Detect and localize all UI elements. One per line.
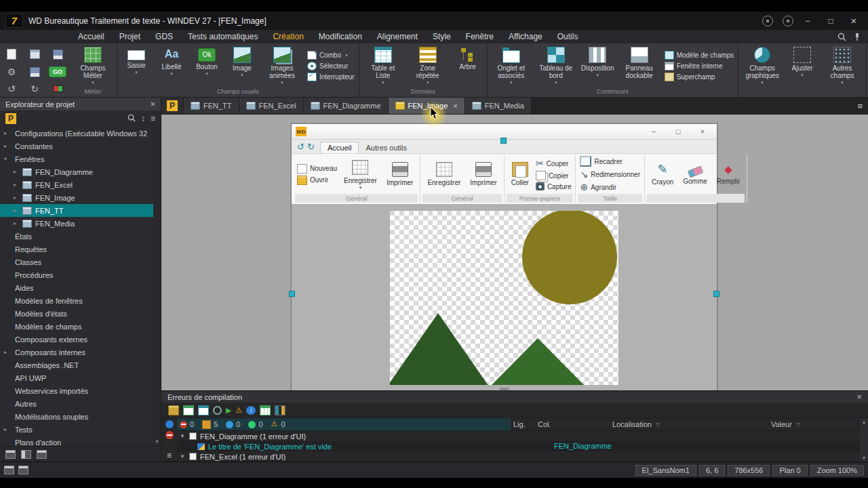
combo-button[interactable]: Combo <box>307 51 355 60</box>
tree-item[interactable]: ▸ FEN_Image <box>0 191 161 204</box>
expand-arrow-icon[interactable]: ▸ <box>14 207 20 214</box>
error-location-link[interactable]: FEN_Diagramme <box>554 441 612 451</box>
table-green-icon[interactable] <box>183 405 194 415</box>
column-localisation[interactable]: Localisation ▽ <box>569 420 703 428</box>
filter-funnel-icon[interactable]: ▽ <box>656 422 660 428</box>
expand-arrow-icon[interactable]: ▸ <box>14 182 20 188</box>
tree-item[interactable]: Composants externes <box>0 333 161 346</box>
tree-item[interactable]: Autres <box>0 397 161 410</box>
menu-item[interactable]: Modification <box>311 30 370 43</box>
column-lig[interactable]: Lig. <box>511 420 535 428</box>
image-button[interactable]: Image <box>224 45 260 87</box>
selecteur-button[interactable]: Sélecteur <box>307 62 355 70</box>
tree-item[interactable]: ▸ FEN_Media <box>0 217 161 230</box>
minimize-button[interactable]: − <box>799 16 816 26</box>
document-tab[interactable]: FEN_Excel <box>239 98 304 114</box>
document-tab[interactable]: FEN_Media <box>465 98 532 114</box>
tree-item[interactable]: Modèles d'états <box>0 307 161 320</box>
saisie-button[interactable]: Saisie <box>119 45 154 87</box>
images-animees-button[interactable]: Images animées <box>260 45 304 87</box>
tree-item[interactable]: États <box>0 230 161 243</box>
document-tab[interactable]: FEN_TT <box>184 98 239 114</box>
scroll-down-icon[interactable]: ▼ <box>862 455 867 460</box>
transparency-checkerboard[interactable] <box>390 211 618 385</box>
menu-item[interactable]: GDS <box>148 30 180 43</box>
superchamp-button[interactable]: Superchamp <box>665 73 734 81</box>
menu-item[interactable]: Outils <box>550 30 586 43</box>
zone-repetee-button[interactable]: Zone répétée <box>406 45 450 87</box>
new-document-icon[interactable] <box>7 49 16 60</box>
tree-item[interactable]: Procédures <box>0 268 161 281</box>
interrupteur-button[interactable]: Interrupteur <box>307 73 355 81</box>
expand-arrow-icon[interactable]: ▸ <box>4 349 11 355</box>
onglet-button[interactable]: Onglet et associés <box>489 45 534 87</box>
tree-item[interactable]: Classes <box>0 256 161 268</box>
grid-icon[interactable] <box>260 405 271 415</box>
tree-item[interactable]: ▸ Configurations (Exécutable Windows 32 <box>0 127 161 140</box>
tree-item[interactable]: ▸ FEN_Excel <box>0 178 161 191</box>
search-icon[interactable] <box>837 33 846 41</box>
tree-item[interactable]: Webservices importés <box>0 384 161 397</box>
ajuster-button[interactable]: Ajuster <box>785 45 820 87</box>
tree-item[interactable]: ▸ Tests <box>0 423 161 436</box>
sort-icon[interactable]: ↕ <box>141 114 145 123</box>
tree-item[interactable]: Assemblages .NET <box>0 359 161 371</box>
menu-item[interactable]: Alignement <box>370 30 425 43</box>
expand-icon[interactable]: ▼ <box>180 433 186 439</box>
warning-icon[interactable]: ⚠ <box>235 406 242 415</box>
dock-layout-icon-1[interactable] <box>5 450 16 459</box>
settings-gear-icon[interactable]: ⚙ <box>7 67 16 77</box>
menu-item[interactable]: Création <box>265 30 311 43</box>
dock-layout-icon-3[interactable] <box>37 450 47 459</box>
compile-status-icon[interactable] <box>53 85 63 92</box>
dock-layout-icon-2[interactable] <box>21 450 31 459</box>
open-window-icon[interactable] <box>30 49 40 59</box>
editor-canvas[interactable]: WD − □ × ↺ ↻ Accueil <box>161 115 868 390</box>
menu-item[interactable]: Fenêtre <box>458 30 501 43</box>
search-errors-icon[interactable] <box>213 406 222 415</box>
scroll-down-icon[interactable]: ▼ <box>155 437 159 446</box>
fenetre-interne-button[interactable]: Fenêtre interne <box>665 62 734 70</box>
tree-item[interactable]: Modèles de champs <box>0 320 161 333</box>
expand-arrow-icon[interactable]: ▾ <box>4 156 11 162</box>
status-zoom[interactable]: Zoom 100% <box>810 465 864 476</box>
expand-arrow-icon[interactable]: ▸ <box>4 426 11 432</box>
document-tab[interactable]: FEN_Image × <box>389 98 465 114</box>
tree-item[interactable]: API UWP <box>0 371 161 384</box>
save-all-icon[interactable] <box>30 67 40 77</box>
expand-arrow-icon[interactable]: ▸ <box>4 143 11 149</box>
close-button[interactable]: × <box>845 15 863 26</box>
expand-arrow-icon[interactable]: ▸ <box>4 130 11 136</box>
workflow-icon[interactable] <box>275 405 285 415</box>
error-detail-row[interactable]: Le titre de 'FEN_Diagramme' est vide FEN… <box>177 441 868 451</box>
expand-arrow-icon[interactable]: ▸ <box>14 220 20 226</box>
bouton-button[interactable]: Ok Bouton <box>189 45 224 87</box>
explorer-scrollbar[interactable]: ▼ <box>153 127 161 446</box>
menu-item[interactable]: Accueil <box>71 30 112 43</box>
close-tab-icon[interactable]: × <box>453 102 457 110</box>
selection-handle-left[interactable] <box>289 291 295 297</box>
expand-icon[interactable]: ▼ <box>180 453 186 460</box>
form-editor-window[interactable]: WD − □ × ↺ ↻ Accueil <box>291 123 717 390</box>
tableau-de-bord-button[interactable]: Tableau de bord <box>534 45 578 87</box>
undo-icon[interactable]: ↺ <box>7 84 16 94</box>
pin-icon[interactable] <box>853 33 861 41</box>
expand-arrow-icon[interactable]: ▸ <box>14 195 20 201</box>
error-group-row[interactable]: ▼ FEN_Excel (1 erreur d'UI) <box>177 451 868 462</box>
globe-icon[interactable] <box>762 16 773 26</box>
expand-arrow-icon[interactable]: ▸ <box>14 169 20 175</box>
tree-item[interactable]: ▸ Composants internes <box>0 346 161 359</box>
menu-item[interactable]: Projet <box>112 30 148 43</box>
modele-de-champs-button[interactable]: Modèle de champs <box>665 51 734 60</box>
panneau-dockable-button[interactable]: Panneau dockable <box>617 45 662 87</box>
image-edit-area[interactable]: mm <box>292 204 717 390</box>
save-icon[interactable] <box>53 49 63 60</box>
column-valeur[interactable]: Valeur ▽ <box>703 420 868 428</box>
gutter-menu-icon[interactable]: ≡ <box>167 451 172 460</box>
selection-handle-top[interactable] <box>500 138 507 144</box>
filter-funnel-icon[interactable]: ▽ <box>796 422 800 428</box>
tab-project-home[interactable]: P <box>161 98 184 114</box>
tree-item[interactable]: ▸ Constantes <box>0 140 161 152</box>
table-liste-button[interactable]: Table et Liste <box>361 45 406 87</box>
tree-item[interactable]: Aides <box>0 281 161 294</box>
